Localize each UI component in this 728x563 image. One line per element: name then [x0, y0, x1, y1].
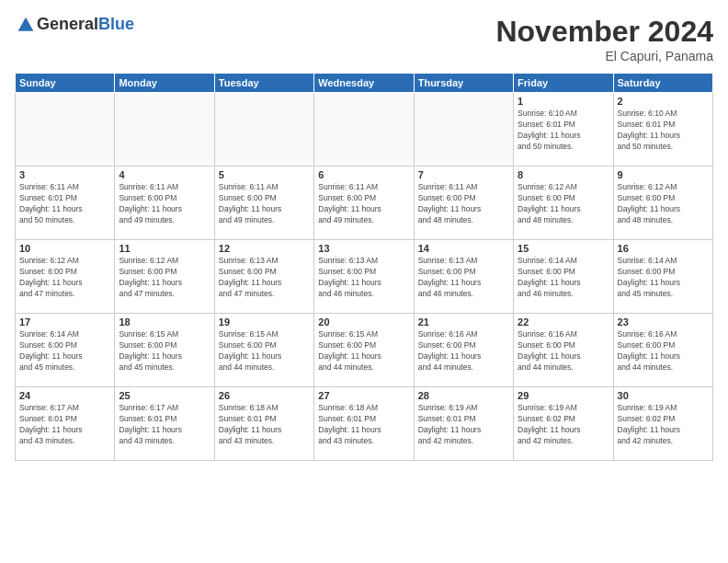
- table-row: 5Sunrise: 6:11 AM Sunset: 6:00 PM Daylig…: [214, 167, 313, 240]
- header-tuesday: Tuesday: [214, 74, 313, 93]
- table-row: 16Sunrise: 6:14 AM Sunset: 6:00 PM Dayli…: [613, 240, 712, 314]
- day-number: 24: [19, 390, 110, 401]
- header: GeneralBlue November 2024 El Capuri, Pan…: [15, 15, 713, 63]
- table-row: 28Sunrise: 6:19 AM Sunset: 6:01 PM Dayli…: [414, 387, 513, 461]
- day-info: Sunrise: 6:12 AM Sunset: 6:00 PM Dayligh…: [518, 182, 609, 226]
- day-info: Sunrise: 6:10 AM Sunset: 6:01 PM Dayligh…: [518, 109, 609, 153]
- day-info: Sunrise: 6:11 AM Sunset: 6:00 PM Dayligh…: [418, 182, 509, 226]
- table-row: 15Sunrise: 6:14 AM Sunset: 6:00 PM Dayli…: [514, 240, 613, 314]
- day-number: 22: [518, 316, 609, 327]
- day-number: 26: [219, 390, 310, 401]
- logo-general: General: [37, 15, 98, 33]
- day-info: Sunrise: 6:15 AM Sunset: 6:00 PM Dayligh…: [318, 329, 409, 373]
- day-number: 19: [219, 316, 310, 327]
- day-number: 2: [618, 96, 709, 107]
- day-number: 25: [119, 390, 210, 401]
- day-number: 3: [19, 169, 110, 180]
- day-info: Sunrise: 6:16 AM Sunset: 6:00 PM Dayligh…: [518, 329, 609, 373]
- day-number: 29: [518, 390, 609, 401]
- day-info: Sunrise: 6:14 AM Sunset: 6:00 PM Dayligh…: [19, 329, 110, 373]
- table-row: 7Sunrise: 6:11 AM Sunset: 6:00 PM Daylig…: [414, 167, 513, 240]
- day-info: Sunrise: 6:12 AM Sunset: 6:00 PM Dayligh…: [618, 182, 709, 226]
- svg-marker-0: [18, 17, 34, 30]
- header-sunday: Sunday: [16, 74, 115, 93]
- logo-blue: Blue: [98, 15, 134, 33]
- day-number: 4: [119, 169, 210, 180]
- day-number: 11: [119, 243, 210, 254]
- day-number: 17: [19, 316, 110, 327]
- day-number: 5: [219, 169, 310, 180]
- generalblue-logo-icon: [17, 16, 35, 34]
- table-row: 8Sunrise: 6:12 AM Sunset: 6:00 PM Daylig…: [514, 167, 613, 240]
- table-row: 13Sunrise: 6:13 AM Sunset: 6:00 PM Dayli…: [314, 240, 414, 314]
- header-thursday: Thursday: [414, 74, 513, 93]
- table-row: 19Sunrise: 6:15 AM Sunset: 6:00 PM Dayli…: [214, 314, 313, 387]
- logo: GeneralBlue: [15, 15, 134, 34]
- day-number: 20: [318, 316, 409, 327]
- day-info: Sunrise: 6:17 AM Sunset: 6:01 PM Dayligh…: [19, 403, 110, 447]
- location-subtitle: El Capuri, Panama: [495, 49, 713, 63]
- day-info: Sunrise: 6:15 AM Sunset: 6:00 PM Dayligh…: [219, 329, 310, 373]
- table-row: 11Sunrise: 6:12 AM Sunset: 6:00 PM Dayli…: [115, 240, 214, 314]
- table-row: 21Sunrise: 6:16 AM Sunset: 6:00 PM Dayli…: [414, 314, 513, 387]
- table-row: 24Sunrise: 6:17 AM Sunset: 6:01 PM Dayli…: [16, 387, 115, 461]
- day-info: Sunrise: 6:19 AM Sunset: 6:02 PM Dayligh…: [518, 403, 609, 447]
- table-row: 9Sunrise: 6:12 AM Sunset: 6:00 PM Daylig…: [613, 167, 712, 240]
- table-row: 2Sunrise: 6:10 AM Sunset: 6:01 PM Daylig…: [613, 93, 712, 167]
- weekday-header-row: Sunday Monday Tuesday Wednesday Thursday…: [16, 74, 713, 93]
- day-number: 28: [418, 390, 509, 401]
- day-info: Sunrise: 6:11 AM Sunset: 6:00 PM Dayligh…: [219, 182, 310, 226]
- day-info: Sunrise: 6:19 AM Sunset: 6:02 PM Dayligh…: [618, 403, 709, 447]
- table-row: 29Sunrise: 6:19 AM Sunset: 6:02 PM Dayli…: [514, 387, 613, 461]
- header-saturday: Saturday: [613, 74, 712, 93]
- day-number: 13: [318, 243, 409, 254]
- table-row: 25Sunrise: 6:17 AM Sunset: 6:01 PM Dayli…: [115, 387, 214, 461]
- table-row: [115, 93, 214, 167]
- day-info: Sunrise: 6:19 AM Sunset: 6:01 PM Dayligh…: [418, 403, 509, 447]
- table-row: 30Sunrise: 6:19 AM Sunset: 6:02 PM Dayli…: [613, 387, 712, 461]
- day-info: Sunrise: 6:11 AM Sunset: 6:01 PM Dayligh…: [19, 182, 110, 226]
- table-row: 14Sunrise: 6:13 AM Sunset: 6:00 PM Dayli…: [414, 240, 513, 314]
- day-number: 8: [518, 169, 609, 180]
- month-title: November 2024: [495, 15, 713, 49]
- day-number: 30: [618, 390, 709, 401]
- day-number: 7: [418, 169, 509, 180]
- calendar-table: Sunday Monday Tuesday Wednesday Thursday…: [15, 73, 713, 461]
- table-row: [314, 93, 414, 167]
- day-info: Sunrise: 6:17 AM Sunset: 6:01 PM Dayligh…: [119, 403, 210, 447]
- day-number: 21: [418, 316, 509, 327]
- day-info: Sunrise: 6:11 AM Sunset: 6:00 PM Dayligh…: [318, 182, 409, 226]
- table-row: 18Sunrise: 6:15 AM Sunset: 6:00 PM Dayli…: [115, 314, 214, 387]
- table-row: 10Sunrise: 6:12 AM Sunset: 6:00 PM Dayli…: [16, 240, 115, 314]
- day-number: 9: [618, 169, 709, 180]
- title-block: November 2024 El Capuri, Panama: [495, 15, 713, 63]
- day-info: Sunrise: 6:16 AM Sunset: 6:00 PM Dayligh…: [618, 329, 709, 373]
- day-info: Sunrise: 6:16 AM Sunset: 6:00 PM Dayligh…: [418, 329, 509, 373]
- table-row: [414, 93, 513, 167]
- table-row: 1Sunrise: 6:10 AM Sunset: 6:01 PM Daylig…: [514, 93, 613, 167]
- day-info: Sunrise: 6:11 AM Sunset: 6:00 PM Dayligh…: [119, 182, 210, 226]
- day-info: Sunrise: 6:14 AM Sunset: 6:00 PM Dayligh…: [518, 256, 609, 300]
- header-friday: Friday: [514, 74, 613, 93]
- week-row-4: 24Sunrise: 6:17 AM Sunset: 6:01 PM Dayli…: [16, 387, 713, 461]
- table-row: [214, 93, 313, 167]
- day-number: 12: [219, 243, 310, 254]
- day-number: 27: [318, 390, 409, 401]
- day-number: 23: [618, 316, 709, 327]
- table-row: 4Sunrise: 6:11 AM Sunset: 6:00 PM Daylig…: [115, 167, 214, 240]
- week-row-1: 3Sunrise: 6:11 AM Sunset: 6:01 PM Daylig…: [16, 167, 713, 240]
- table-row: 26Sunrise: 6:18 AM Sunset: 6:01 PM Dayli…: [214, 387, 313, 461]
- day-info: Sunrise: 6:18 AM Sunset: 6:01 PM Dayligh…: [219, 403, 310, 447]
- table-row: 6Sunrise: 6:11 AM Sunset: 6:00 PM Daylig…: [314, 167, 414, 240]
- day-info: Sunrise: 6:13 AM Sunset: 6:00 PM Dayligh…: [318, 256, 409, 300]
- day-info: Sunrise: 6:13 AM Sunset: 6:00 PM Dayligh…: [418, 256, 509, 300]
- table-row: 17Sunrise: 6:14 AM Sunset: 6:00 PM Dayli…: [16, 314, 115, 387]
- day-info: Sunrise: 6:13 AM Sunset: 6:00 PM Dayligh…: [219, 256, 310, 300]
- table-row: 3Sunrise: 6:11 AM Sunset: 6:01 PM Daylig…: [16, 167, 115, 240]
- day-info: Sunrise: 6:18 AM Sunset: 6:01 PM Dayligh…: [318, 403, 409, 447]
- table-row: 22Sunrise: 6:16 AM Sunset: 6:00 PM Dayli…: [514, 314, 613, 387]
- day-info: Sunrise: 6:10 AM Sunset: 6:01 PM Dayligh…: [618, 109, 709, 153]
- day-number: 10: [19, 243, 110, 254]
- day-info: Sunrise: 6:15 AM Sunset: 6:00 PM Dayligh…: [119, 329, 210, 373]
- day-number: 14: [418, 243, 509, 254]
